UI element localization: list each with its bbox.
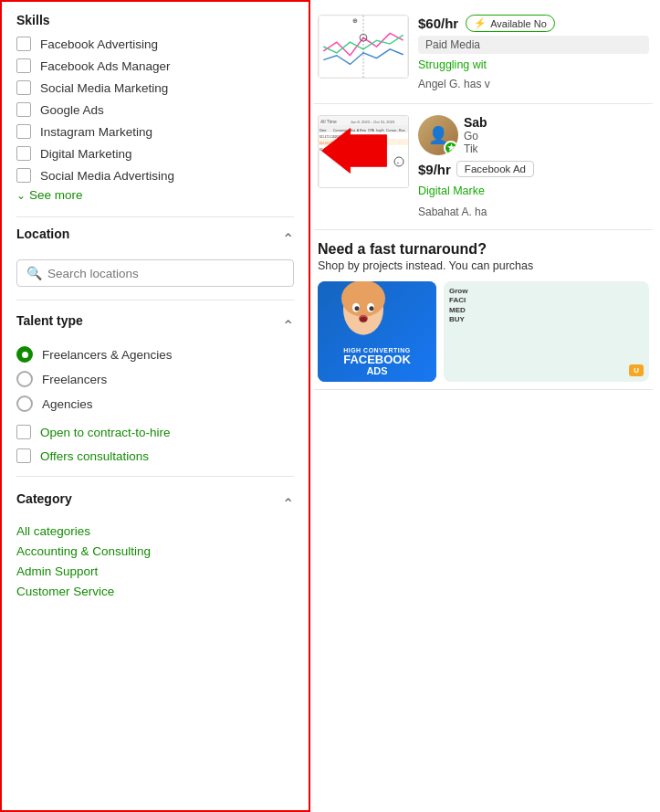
svg-marker-0 <box>321 129 386 174</box>
svg-point-40 <box>355 306 360 311</box>
second-card-line2: FACI <box>449 296 644 305</box>
avatar-2: 👤 <box>418 115 458 155</box>
skill-item-social-media-advertising[interactable]: Social Media Advertising <box>16 168 294 183</box>
chevron-down-icon: ⌄ <box>16 189 26 202</box>
checkbox-facebook-ads-manager[interactable] <box>16 58 31 73</box>
facebook-big-label: FACEBOOK <box>343 353 411 365</box>
svg-text:Jun 8, 2023 – Oct 31, 2023: Jun 8, 2023 – Oct 31, 2023 <box>351 120 395 124</box>
see-more-button[interactable]: ⌄ See more <box>16 188 294 202</box>
checkbox-digital-marketing[interactable] <box>16 146 31 161</box>
checkbox-label-contract-to-hire: Open to contract-to-hire <box>40 426 171 439</box>
location-search-wrapper: 🔍 <box>16 259 294 287</box>
checkbox-label-offers-consultations: Offers consultations <box>40 449 149 463</box>
category-header: Category ⌃ <box>16 491 294 515</box>
divider-talent-category <box>16 476 294 477</box>
avatar-badge-2 <box>444 141 458 155</box>
checkbox-social-media-advertising[interactable] <box>16 168 31 183</box>
skill-item-instagram-marketing[interactable]: Instagram Marketing <box>16 124 294 139</box>
turnaround-subtitle: Shop by projects instead. You can purcha… <box>318 259 649 272</box>
radio-freelancers[interactable]: Freelancers <box>16 371 294 387</box>
rate-1: $60/hr <box>418 16 458 31</box>
card2-desc: Digital Marke <box>418 184 649 200</box>
second-project-card[interactable]: Grow FACI MED BUY U <box>444 281 649 382</box>
radio-label-agencies: Agencies <box>42 397 93 411</box>
available-badge-1: ⚡ Available No <box>466 15 555 32</box>
skill-item-facebook-advertising[interactable]: Facebook Advertising <box>16 37 294 51</box>
category-item-admin[interactable]: Admin Support <box>16 564 294 578</box>
skill-label-facebook-advertising: Facebook Advertising <box>40 37 158 51</box>
category-item-accounting[interactable]: Accounting & Consulting <box>16 544 294 558</box>
card2-name-line1: Sab <box>464 115 487 131</box>
svg-text:Roa: Roa <box>399 129 404 132</box>
checkbox-offers-consultations[interactable] <box>16 448 31 463</box>
checkbox-item-contract-to-hire[interactable]: Open to contract-to-hire <box>16 425 294 439</box>
radio-inner-dot <box>22 352 28 358</box>
skills-section-title: Skills <box>16 13 294 27</box>
svg-marker-35 <box>447 143 456 152</box>
skill-label-digital-marketing: Digital Marketing <box>40 147 132 161</box>
radio-agencies[interactable]: Agencies <box>16 395 294 412</box>
talent-radio-group: Freelancers & Agencies Freelancers Agenc… <box>16 346 294 412</box>
card1-name: Angel G. has v <box>418 78 649 90</box>
category-collapse-button[interactable]: ⌃ <box>282 495 294 512</box>
svg-text:+: + <box>397 160 400 165</box>
chart-thumbnail: ⊕ <box>318 15 409 79</box>
location-collapse-button[interactable]: ⌃ <box>282 230 294 248</box>
paid-media-badge: Paid Media <box>418 36 649 54</box>
divider-skills-location <box>16 216 294 217</box>
rate-row-1: $60/hr ⚡ Available No <box>418 15 649 32</box>
turnaround-section: Need a fast turnaround? Shop by projects… <box>314 230 653 390</box>
second-card-badge: U <box>629 364 644 376</box>
skill-item-facebook-ads-manager[interactable]: Facebook Ads Manager <box>16 58 294 73</box>
category-list: All categories Accounting & Consulting A… <box>16 524 294 598</box>
svg-point-37 <box>341 281 385 317</box>
profile-info-2: 👤 Sab Go Tik $9/hr Facebook Ad Digital M… <box>418 115 649 218</box>
profile-card-1: ⊕ $60/hr ⚡ Available No Paid Media Strug… <box>314 7 653 104</box>
profile-info-1: $60/hr ⚡ Available No Paid Media Struggl… <box>418 15 649 90</box>
radio-agencies-indicator <box>16 395 33 412</box>
svg-text:All Time: All Time <box>320 119 337 124</box>
category-item-all[interactable]: All categories <box>16 524 294 538</box>
skill-label-google-ads: Google Ads <box>40 103 104 117</box>
svg-rect-1 <box>319 16 407 78</box>
radio-freelancers-agencies-indicator <box>16 346 33 363</box>
fb-ads-project-card[interactable]: HIGH CONVERTING FACEBOOK ADS <box>318 281 436 382</box>
location-title: Location <box>16 227 69 241</box>
skills-list: Facebook Advertising Facebook Ads Manage… <box>16 37 294 183</box>
results-panel: ⊕ $60/hr ⚡ Available No Paid Media Strug… <box>310 0 660 812</box>
radio-freelancers-agencies[interactable]: Freelancers & Agencies <box>16 346 294 363</box>
facebook-ads-badge: Facebook Ad <box>456 161 534 177</box>
checkbox-social-media-marketing[interactable] <box>16 80 31 95</box>
talent-collapse-button[interactable]: ⌃ <box>282 317 294 334</box>
checkbox-contract-to-hire[interactable] <box>16 425 31 439</box>
checkbox-instagram-marketing[interactable] <box>16 124 31 139</box>
rate-2: $9/hr <box>418 162 451 177</box>
location-search-input[interactable] <box>47 267 284 280</box>
skill-label-facebook-ads-manager: Facebook Ads Manager <box>40 59 171 73</box>
location-section: Location ⌃ 🔍 <box>16 227 294 287</box>
see-more-label: See more <box>29 188 83 202</box>
card2-name: Sabahat A. ha <box>418 206 649 218</box>
category-item-customer-service[interactable]: Customer Service <box>16 585 294 598</box>
checkbox-item-offers-consultations[interactable]: Offers consultations <box>16 448 294 463</box>
card2-name-line3: Tik <box>464 142 487 155</box>
category-title: Category <box>16 491 72 506</box>
fb-ads-text-block: HIGH CONVERTING FACEBOOK ADS <box>343 347 411 376</box>
skill-item-social-media-marketing[interactable]: Social Media Marketing <box>16 80 294 95</box>
radio-label-freelancers-agencies: Freelancers & Agencies <box>42 348 173 362</box>
skill-item-google-ads[interactable]: Google Ads <box>16 102 294 117</box>
location-header: Location ⌃ <box>16 227 294 250</box>
category-section: Category ⌃ All categories Accounting & C… <box>16 491 294 598</box>
radio-freelancers-indicator <box>16 371 33 387</box>
skill-label-social-media-advertising: Social Media Advertising <box>40 169 174 183</box>
skill-item-digital-marketing[interactable]: Digital Marketing <box>16 146 294 161</box>
card2-name-line2: Go <box>464 130 487 142</box>
bolt-icon: ⚡ <box>474 17 487 29</box>
checkbox-facebook-advertising[interactable] <box>16 37 31 51</box>
turnaround-title: Need a fast turnaround? <box>318 241 649 258</box>
project-cards-row: HIGH CONVERTING FACEBOOK ADS Grow FACI M… <box>318 281 649 382</box>
talent-type-header: Talent type ⌃ <box>16 313 294 337</box>
skill-label-social-media-marketing: Social Media Marketing <box>40 81 168 95</box>
radio-label-freelancers: Freelancers <box>42 373 107 386</box>
checkbox-google-ads[interactable] <box>16 102 31 117</box>
